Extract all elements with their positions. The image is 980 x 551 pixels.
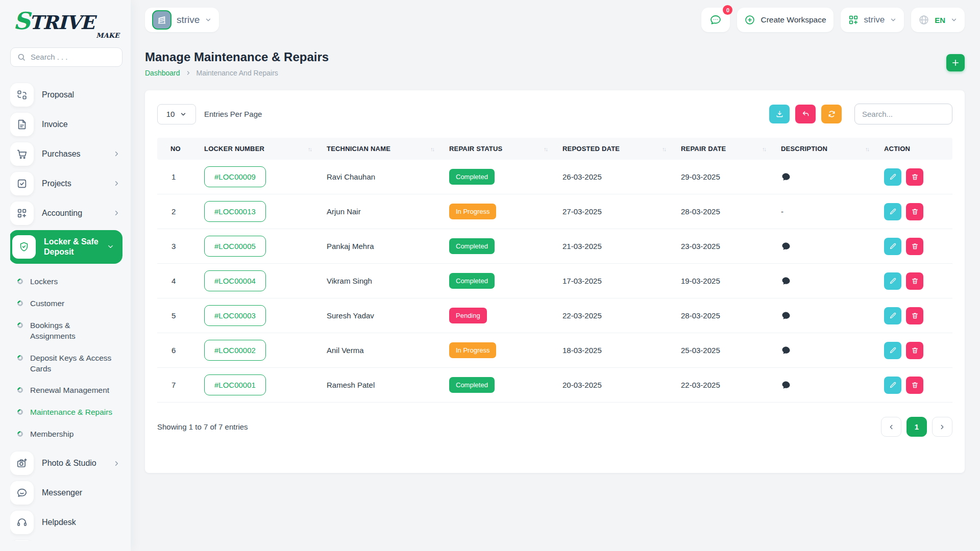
search-icon — [17, 53, 26, 62]
sort-icon[interactable]: ↑↓ — [662, 146, 666, 152]
locker-number-badge[interactable]: #LOC00002 — [204, 340, 266, 361]
edit-button[interactable] — [884, 272, 901, 290]
locker-number-badge[interactable]: #LOC00004 — [204, 270, 266, 291]
edit-button[interactable] — [884, 168, 901, 186]
sort-icon[interactable]: ↑↓ — [762, 146, 766, 152]
cell-description[interactable] — [781, 172, 872, 182]
sidebar-item-accounting[interactable]: Accounting — [10, 198, 122, 228]
language-label: EN — [935, 16, 945, 24]
bullet-icon — [16, 386, 24, 394]
sidebar-item-messenger[interactable]: Messenger — [10, 478, 122, 508]
delete-button[interactable] — [906, 168, 923, 186]
comment-icon[interactable] — [781, 380, 791, 390]
cell-technician-name: Anil Verma — [321, 333, 443, 368]
breadcrumb-dashboard-link[interactable]: Dashboard — [145, 69, 180, 77]
repair-status-badge: Pending — [449, 308, 487, 323]
sidebar-item-projects[interactable]: Projects — [10, 169, 122, 198]
delete-button[interactable] — [906, 238, 923, 255]
sidebar-subitem-bookings-assignments[interactable]: Bookings & Assignments — [17, 315, 122, 347]
edit-button[interactable] — [884, 342, 901, 359]
cell-no: 7 — [157, 368, 198, 403]
locker-number-badge[interactable]: #LOC00003 — [204, 305, 266, 326]
cell-description[interactable] — [781, 276, 872, 286]
sidebar-subitem-customer[interactable]: Customer — [17, 293, 122, 315]
delete-icon — [911, 277, 919, 285]
refresh-button[interactable] — [821, 105, 842, 123]
breadcrumb: Dashboard Maintenance And Repairs — [145, 69, 329, 77]
action-buttons — [884, 342, 946, 359]
bullet-icon — [16, 321, 24, 329]
sidebar-item-photo[interactable]: Photo & Studio — [10, 448, 122, 478]
sidebar-item-purchases[interactable]: Purchases — [10, 139, 122, 169]
action-buttons — [884, 168, 946, 186]
edit-button[interactable] — [884, 307, 901, 324]
sidebar-subitem-deposit-keys-access-cards[interactable]: Deposit Keys & Access Cards — [17, 347, 122, 380]
table-search-input[interactable] — [854, 104, 952, 124]
comment-icon[interactable] — [781, 241, 791, 252]
sidebar-item-invoice[interactable]: Invoice — [10, 110, 122, 139]
language-selector[interactable]: EN — [911, 8, 965, 32]
cell-description: - — [781, 207, 783, 216]
edit-button[interactable] — [884, 203, 901, 220]
breadcrumb-current: Maintenance And Repairs — [197, 69, 278, 77]
comment-icon[interactable] — [781, 172, 791, 182]
sidebar-item-helpdesk[interactable]: Helpdesk — [10, 508, 122, 537]
proposal-icon — [10, 83, 34, 107]
workspace-pill[interactable]: strive — [145, 8, 219, 32]
chat-icon — [709, 14, 722, 26]
table-row: 6#LOC00002Anil VermaIn Progress18-03-202… — [157, 333, 952, 368]
comment-icon[interactable] — [781, 311, 791, 321]
delete-button[interactable] — [906, 203, 923, 220]
pagination-next-button[interactable] — [932, 417, 952, 437]
column-header-technician-name[interactable]: TECHNICIAN NAME↑↓ — [321, 138, 443, 160]
locker-number-badge[interactable]: #LOC00005 — [204, 236, 266, 257]
entries-per-page-select[interactable]: 10 — [157, 104, 196, 124]
comment-icon[interactable] — [781, 276, 791, 286]
cell-no: 1 — [157, 160, 198, 194]
delete-icon — [911, 208, 919, 215]
locker-number-badge[interactable]: #LOC00013 — [204, 201, 266, 222]
locker-number-badge[interactable]: #LOC00009 — [204, 166, 266, 187]
column-header-description[interactable]: DESCRIPTION↑↓ — [775, 138, 878, 160]
comment-icon[interactable] — [781, 345, 791, 356]
pagination-page-1-button[interactable]: 1 — [906, 417, 927, 437]
sort-icon[interactable]: ↑↓ — [308, 146, 311, 152]
column-header-repair-date[interactable]: REPAIR DATE↑↓ — [675, 138, 775, 160]
delete-button[interactable] — [906, 272, 923, 290]
edit-button[interactable] — [884, 377, 901, 394]
sidebar-subitem-renewal-management[interactable]: Renewal Management — [17, 380, 122, 402]
repair-status-badge: Completed — [449, 273, 495, 289]
cell-description[interactable] — [781, 311, 872, 321]
sort-icon[interactable]: ↑↓ — [865, 146, 869, 152]
delete-button[interactable] — [906, 342, 923, 359]
cell-description[interactable] — [781, 380, 872, 390]
locker-number-badge[interactable]: #LOC00001 — [204, 374, 266, 395]
undo-button[interactable] — [795, 105, 816, 123]
delete-button[interactable] — [906, 307, 923, 324]
column-header-locker-number[interactable]: LOCKER NUMBER↑↓ — [198, 138, 321, 160]
delete-icon — [911, 346, 919, 354]
sort-icon[interactable]: ↑↓ — [544, 146, 547, 152]
delete-button[interactable] — [906, 377, 923, 394]
sidebar-subitem-lockers[interactable]: Lockers — [17, 271, 122, 293]
sidebar-item-locker[interactable]: Locker & Safe Deposit — [10, 230, 122, 264]
sidebar-item-settings[interactable]: Settings — [10, 537, 122, 541]
sidebar-subitem-maintenance-repairs[interactable]: Maintenance & Repairs — [17, 402, 122, 423]
column-header-repair-status[interactable]: REPAIR STATUS↑↓ — [443, 138, 556, 160]
workspace-switcher[interactable]: strive — [841, 8, 904, 32]
add-record-button[interactable] — [946, 54, 965, 71]
create-workspace-button[interactable]: Create Workspace — [737, 8, 833, 32]
sort-icon[interactable]: ↑↓ — [430, 146, 434, 152]
column-header-reposted-date[interactable]: REPOSTED DATE↑↓ — [556, 138, 675, 160]
chat-button[interactable]: 0 — [701, 8, 730, 32]
cell-description[interactable] — [781, 241, 872, 252]
search-input[interactable] — [31, 53, 116, 61]
cell-description[interactable] — [781, 345, 872, 356]
download-button[interactable] — [769, 105, 790, 123]
sidebar-subitem-membership[interactable]: Membership — [17, 423, 122, 445]
cell-reposted-date: 22-03-2025 — [556, 298, 675, 333]
chevron-right-icon — [113, 460, 120, 467]
pagination-prev-button[interactable] — [881, 417, 901, 437]
edit-button[interactable] — [884, 238, 901, 255]
sidebar-item-proposal[interactable]: Proposal — [10, 80, 122, 110]
